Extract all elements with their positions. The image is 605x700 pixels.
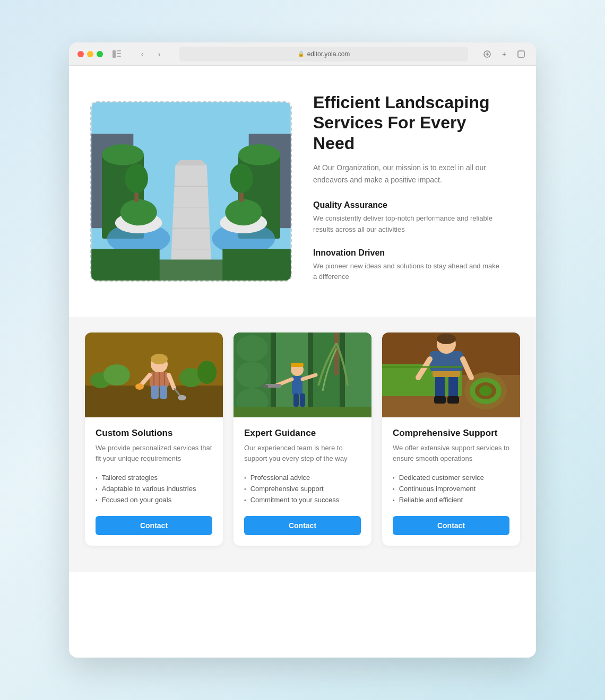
svg-rect-47 [151, 386, 159, 399]
browser-titlebar: ‹ › 🔒 editor.yola.com + [69, 42, 536, 66]
back-button[interactable]: ‹ [135, 47, 150, 62]
card-expert-guidance: Expert Guidance Our experienced team is … [234, 332, 371, 546]
hero-description: At Our Organization, our mission is to e… [313, 162, 504, 186]
card-3-body: Comprehensive Support We offer extensive… [382, 417, 520, 546]
svg-rect-70 [263, 385, 268, 388]
svg-point-90 [437, 334, 456, 344]
hero-image-container [90, 101, 292, 282]
extensions-button[interactable] [515, 48, 528, 60]
feature-quality-title: Quality Assurance [313, 200, 504, 210]
card-3-list: Dedicated customer service Continuous im… [393, 472, 509, 505]
dot-maximize[interactable] [97, 51, 103, 57]
card-3-description: We offer extensive support services to e… [393, 443, 509, 463]
card-1-list-item: Focused on your goals [96, 494, 212, 505]
feature-quality: Quality Assurance We consistently delive… [313, 200, 504, 235]
card-3-title: Comprehensive Support [393, 428, 509, 439]
svg-rect-34 [222, 249, 290, 280]
cards-grid: Custom Solutions We provide personalized… [85, 332, 520, 546]
hero-content: Efficient Landscaping Services For Every… [313, 87, 504, 295]
svg-point-27 [225, 199, 262, 225]
svg-point-31 [230, 163, 253, 192]
address-bar[interactable]: 🔒 editor.yola.com [179, 47, 468, 62]
svg-point-14 [238, 144, 280, 165]
card-3-image [382, 332, 520, 417]
browser-window: ‹ › 🔒 editor.yola.com + [69, 42, 536, 658]
svg-point-42 [151, 354, 168, 364]
svg-rect-84 [447, 396, 459, 404]
card-3-contact-button[interactable]: Contact [393, 516, 509, 535]
svg-rect-2 [117, 53, 121, 54]
card-2-list-item: Comprehensive support [244, 483, 361, 494]
browser-nav: ‹ › [135, 47, 167, 62]
feature-innovation-desc: We pioneer new ideas and solutions to st… [313, 261, 504, 283]
card-3-list-item: Continuous improvement [393, 483, 509, 494]
svg-rect-86 [430, 351, 463, 371]
card-2-contact-button[interactable]: Contact [244, 516, 361, 535]
card-2-list-item: Professional advice [244, 472, 361, 483]
browser-dots [77, 51, 103, 57]
svg-point-80 [479, 386, 492, 396]
hero-section: Efficient Landscaping Services For Every… [69, 66, 536, 317]
feature-quality-desc: We consistently deliver top-notch perfor… [313, 213, 504, 235]
svg-point-53 [178, 395, 186, 400]
dot-minimize[interactable] [87, 51, 93, 57]
card-comprehensive-support: Comprehensive Support We offer extensive… [382, 332, 520, 546]
card-1-description: We provide personalized services that fi… [96, 443, 212, 463]
card-2-body: Expert Guidance Our experienced team is … [234, 417, 371, 546]
svg-rect-72 [300, 393, 305, 407]
svg-rect-33 [91, 249, 159, 280]
feature-innovation-title: Innovation Driven [313, 248, 504, 258]
svg-point-29 [125, 163, 148, 192]
svg-marker-16 [175, 160, 206, 165]
svg-rect-63 [334, 332, 339, 375]
svg-point-13 [102, 144, 144, 165]
card-1-list: Tailored strategies Adaptable to various… [96, 472, 212, 505]
hero-title: Efficient Landscaping Services For Every… [313, 92, 504, 153]
svg-point-60 [236, 335, 268, 362]
card-1-image [85, 332, 223, 417]
svg-point-26 [120, 199, 157, 225]
svg-rect-83 [434, 396, 446, 404]
svg-point-51 [135, 383, 144, 390]
forward-button[interactable]: › [152, 47, 167, 62]
dot-close[interactable] [77, 51, 84, 57]
feature-innovation: Innovation Driven We pioneer new ideas a… [313, 248, 504, 283]
card-2-title: Expert Guidance [244, 428, 361, 439]
card-1-list-item: Tailored strategies [96, 472, 212, 483]
svg-point-38 [103, 364, 130, 386]
svg-point-61 [236, 362, 268, 388]
svg-rect-59 [345, 332, 371, 417]
svg-rect-48 [160, 386, 167, 399]
svg-rect-65 [291, 363, 304, 367]
card-2-list-item: Commitment to your success [244, 494, 361, 505]
svg-point-40 [197, 361, 217, 384]
add-tab-button[interactable]: + [498, 48, 511, 60]
card-3-list-item: Dedicated customer service [393, 472, 509, 483]
card-2-list: Professional advice Comprehensive suppor… [244, 472, 361, 505]
card-1-list-item: Adaptable to various industries [96, 483, 212, 494]
card-1-contact-button[interactable]: Contact [96, 516, 212, 535]
svg-rect-1 [117, 50, 121, 51]
browser-actions: + [481, 48, 528, 60]
card-custom-solutions: Custom Solutions We provide personalized… [85, 332, 223, 546]
browser-content: Efficient Landscaping Services For Every… [69, 66, 536, 658]
card-3-list-item: Reliable and efficient [393, 494, 509, 505]
card-1-title: Custom Solutions [96, 428, 212, 439]
svg-rect-71 [293, 393, 299, 407]
svg-rect-7 [518, 51, 524, 57]
svg-rect-3 [117, 56, 121, 57]
svg-rect-0 [113, 50, 116, 58]
lock-icon: 🔒 [298, 51, 304, 57]
hero-image-wrapper [90, 101, 292, 282]
card-2-image [234, 332, 371, 417]
card-2-description: Our experienced team is here to support … [244, 443, 361, 463]
share-button[interactable] [481, 48, 494, 60]
cards-section: Custom Solutions We provide personalized… [69, 317, 536, 572]
url-text: editor.yola.com [307, 50, 350, 58]
card-1-body: Custom Solutions We provide personalized… [85, 417, 223, 546]
sidebar-toggle-button[interactable] [109, 47, 124, 62]
svg-rect-73 [234, 407, 371, 417]
